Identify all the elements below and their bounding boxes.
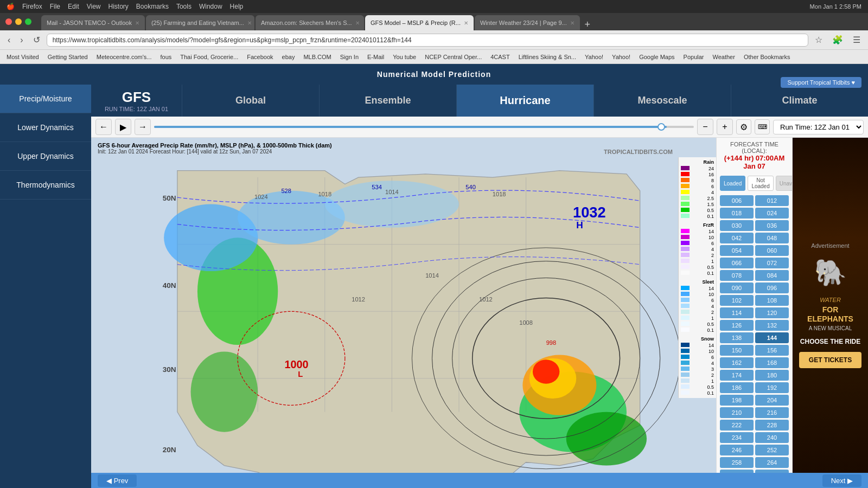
- time-btn-006[interactable]: 006: [720, 195, 754, 206]
- support-button[interactable]: Support Tropical Tidbits ♥: [781, 77, 861, 88]
- bm-mlbcom[interactable]: MLB.COM: [300, 53, 334, 61]
- keyboard-icon[interactable]: ⌨: [755, 119, 770, 134]
- bm-popular[interactable]: Popular: [680, 53, 707, 61]
- time-btn-042[interactable]: 042: [720, 233, 754, 243]
- sidebar-item-thermo[interactable]: Thermodynamics: [0, 171, 91, 200]
- tab-amazon[interactable]: Amazon.com: Skechers Men's S... ✕: [256, 15, 364, 30]
- bm-ebay[interactable]: ebay: [279, 53, 298, 61]
- menu-firefox[interactable]: Firefox: [22, 3, 42, 10]
- time-btn-258[interactable]: 258: [720, 457, 754, 468]
- bm-liftlines[interactable]: Liftlines Skiing & Sn...: [515, 53, 579, 61]
- tab-farming[interactable]: (25) Farming and Eating Vietnam... ✕: [146, 15, 254, 30]
- time-btn-114[interactable]: 114: [720, 307, 754, 318]
- bm-most-visited[interactable]: Most Visited: [3, 53, 42, 61]
- extensions-button[interactable]: 🧩: [829, 34, 846, 46]
- tab-close-icon[interactable]: ✕: [355, 20, 360, 26]
- time-btn-102[interactable]: 102: [720, 295, 754, 306]
- time-btn-174[interactable]: 174: [720, 370, 754, 381]
- bm-youtube[interactable]: You tube: [390, 53, 419, 61]
- time-btn-192[interactable]: 192: [755, 382, 789, 393]
- reload-button[interactable]: ↺: [30, 34, 43, 46]
- bm-thai-food[interactable]: Thai Food, Grocerie...: [177, 53, 241, 61]
- bm-facebook[interactable]: Facebook: [244, 53, 276, 61]
- time-btn-264[interactable]: 264: [755, 457, 789, 468]
- run-time-select[interactable]: Run Time: 12Z Jan 01: [773, 120, 864, 134]
- time-btn-210[interactable]: 210: [720, 407, 754, 418]
- menu-tools[interactable]: Tools: [176, 3, 192, 10]
- time-btn-096[interactable]: 096: [755, 282, 789, 293]
- time-btn-240[interactable]: 240: [755, 432, 789, 443]
- time-btn-060[interactable]: 060: [755, 245, 789, 256]
- time-btn-066[interactable]: 066: [720, 258, 754, 268]
- time-btn-186[interactable]: 186: [720, 382, 754, 393]
- minus-button[interactable]: −: [697, 119, 713, 135]
- time-btn-180[interactable]: 180: [755, 370, 789, 381]
- mac-menu[interactable]: 🍎 Firefox File Edit View History Bookmar…: [7, 3, 243, 10]
- forward-button[interactable]: ›: [17, 34, 26, 46]
- menu-file[interactable]: File: [50, 3, 60, 10]
- back-button[interactable]: ‹: [4, 34, 14, 46]
- next-button[interactable]: →: [135, 119, 151, 135]
- time-btn-108[interactable]: 108: [755, 295, 789, 306]
- loaded-button[interactable]: Loaded: [720, 176, 745, 191]
- bm-meteocentre[interactable]: Meteocentre.com's...: [93, 53, 155, 61]
- tab-mail[interactable]: Mail - JASON TEMCO - Outlook ✕: [41, 15, 145, 30]
- apple-menu[interactable]: 🍎: [7, 3, 15, 10]
- bm-other[interactable]: Other Bookmarks: [741, 53, 794, 61]
- close-button[interactable]: [5, 18, 12, 25]
- tab-close-icon[interactable]: ✕: [570, 20, 575, 26]
- new-tab-button[interactable]: +: [581, 19, 594, 30]
- unavailable-button[interactable]: Unavailable: [776, 176, 792, 191]
- bm-yahoo2[interactable]: Yahoo!: [609, 53, 634, 61]
- time-btn-162[interactable]: 162: [720, 357, 754, 368]
- time-btn-204[interactable]: 204: [755, 395, 789, 406]
- sidebar-item-upper[interactable]: Upper Dynamics: [0, 142, 91, 171]
- menu-view[interactable]: View: [87, 3, 101, 10]
- bm-yahoo1[interactable]: Yahoo!: [582, 53, 607, 61]
- time-btn-036[interactable]: 036: [755, 220, 789, 231]
- menu-help[interactable]: Help: [230, 3, 244, 10]
- tab-global[interactable]: Global: [182, 85, 320, 117]
- prev-button[interactable]: ←: [95, 119, 112, 135]
- tab-winter[interactable]: Winter Weather 23/24 | Page 9... ✕: [475, 15, 580, 30]
- bm-email[interactable]: E-Mail: [364, 53, 387, 61]
- tab-close-icon[interactable]: ✕: [135, 20, 139, 26]
- time-btn-078[interactable]: 078: [720, 270, 754, 281]
- bm-fous[interactable]: fous: [157, 53, 175, 61]
- time-btn-072[interactable]: 072: [755, 258, 789, 268]
- time-btn-246[interactable]: 246: [720, 445, 754, 455]
- not-loaded-button[interactable]: Not Loaded: [748, 176, 773, 191]
- time-btn-132[interactable]: 132: [755, 320, 789, 331]
- menu-history[interactable]: History: [108, 3, 129, 10]
- time-btn-120[interactable]: 120: [755, 307, 789, 318]
- tab-mesoscale[interactable]: Mesoscale: [594, 85, 731, 117]
- bm-sign-in[interactable]: Sign In: [337, 53, 362, 61]
- next-nav-button[interactable]: Next ▶: [822, 474, 861, 487]
- time-btn-216[interactable]: 216: [755, 407, 789, 418]
- time-btn-048[interactable]: 048: [755, 233, 789, 243]
- sidebar-item-lower[interactable]: Lower Dynamics: [0, 113, 91, 142]
- bm-google-maps[interactable]: Google Maps: [636, 53, 678, 61]
- time-btn-054[interactable]: 054: [720, 245, 754, 256]
- time-btn-018[interactable]: 018: [720, 208, 754, 219]
- tab-climate[interactable]: Climate: [731, 85, 868, 117]
- time-btn-144[interactable]: 144: [755, 332, 789, 343]
- menu-edit[interactable]: Edit: [68, 3, 79, 10]
- menu-bookmarks[interactable]: Bookmarks: [136, 3, 169, 10]
- time-btn-156[interactable]: 156: [755, 345, 789, 356]
- get-tickets-button[interactable]: GET TICKETS: [799, 352, 861, 368]
- bm-weather[interactable]: Weather: [710, 53, 738, 61]
- fullscreen-button[interactable]: [25, 18, 31, 25]
- play-button[interactable]: ▶: [115, 119, 131, 135]
- time-btn-222[interactable]: 222: [720, 420, 754, 431]
- bookmark-button[interactable]: ☆: [812, 34, 826, 46]
- bm-ncep[interactable]: NCEP Central Oper...: [422, 53, 485, 61]
- time-btn-090[interactable]: 090: [720, 282, 754, 293]
- time-btn-012[interactable]: 012: [755, 195, 789, 206]
- time-btn-234[interactable]: 234: [720, 432, 754, 443]
- tab-hurricane[interactable]: Hurricane: [457, 85, 594, 117]
- url-bar[interactable]: https://www.tropicaltidbits.com/analysis…: [47, 34, 808, 47]
- bm-4cast[interactable]: 4CAST: [487, 53, 513, 61]
- sidebar-item-precip[interactable]: Precip/Moisture: [0, 85, 91, 113]
- bm-getting-started[interactable]: Getting Started: [44, 53, 91, 61]
